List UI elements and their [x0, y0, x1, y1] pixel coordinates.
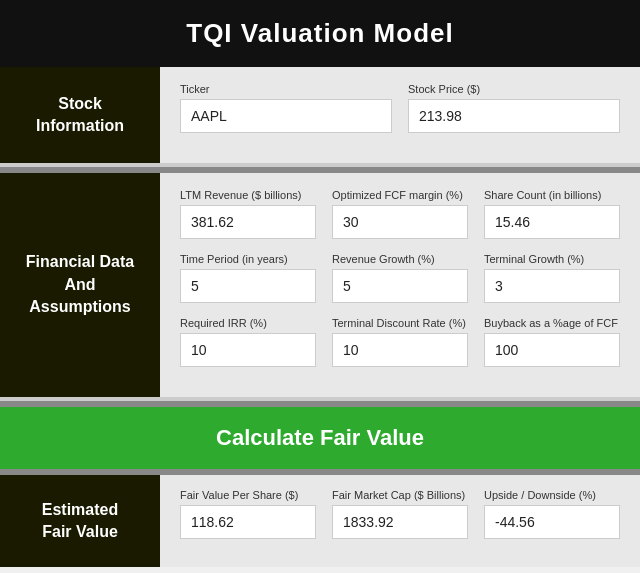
calculate-section: Calculate Fair Value [0, 407, 640, 469]
upside-downside-input[interactable] [484, 505, 620, 539]
field-group-upside-downside-input: Upside / Downside (%) [484, 489, 620, 539]
stock-price-input[interactable] [408, 99, 620, 133]
field-label-ticker-input: Ticker [180, 83, 392, 95]
field-group-required-irr-input: Required IRR (%) [180, 317, 316, 367]
field-group-fcf-margin-input: Optimized FCF margin (%) [332, 189, 468, 239]
fair-market-cap-input[interactable] [332, 505, 468, 539]
field-label-upside-downside-input: Upside / Downside (%) [484, 489, 620, 501]
financial-row-1: Time Period (in years)Revenue Growth (%)… [180, 253, 620, 303]
field-group-fair-market-cap-input: Fair Market Cap ($ Billions) [332, 489, 468, 539]
field-group-terminal-growth-input: Terminal Growth (%) [484, 253, 620, 303]
financial-row-2: Required IRR (%)Terminal Discount Rate (… [180, 317, 620, 367]
field-label-fcf-margin-input: Optimized FCF margin (%) [332, 189, 468, 201]
field-label-fair-value-per-share-input: Fair Value Per Share ($) [180, 489, 316, 501]
fair-value-per-share-input[interactable] [180, 505, 316, 539]
field-group-time-period-input: Time Period (in years) [180, 253, 316, 303]
field-group-ticker-input: Ticker [180, 83, 392, 133]
app-header: TQI Valuation Model [0, 0, 640, 67]
stock-information-section: Stock Information TickerStock Price ($) [0, 67, 640, 167]
field-label-terminal-discount-input: Terminal Discount Rate (%) [332, 317, 468, 329]
terminal-growth-input[interactable] [484, 269, 620, 303]
required-irr-input[interactable] [180, 333, 316, 367]
field-label-buyback-input: Buyback as a %age of FCF [484, 317, 620, 329]
field-label-fair-market-cap-input: Fair Market Cap ($ Billions) [332, 489, 468, 501]
field-group-share-count-input: Share Count (in billions) [484, 189, 620, 239]
financial-data-label: Financial Data And Assumptions [0, 173, 160, 397]
field-label-time-period-input: Time Period (in years) [180, 253, 316, 265]
field-label-share-count-input: Share Count (in billions) [484, 189, 620, 201]
field-label-ltm-revenue-input: LTM Revenue ($ billions) [180, 189, 316, 201]
header-title: TQI Valuation Model [186, 18, 453, 48]
share-count-input[interactable] [484, 205, 620, 239]
field-label-revenue-growth-input: Revenue Growth (%) [332, 253, 468, 265]
field-group-fair-value-per-share-input: Fair Value Per Share ($) [180, 489, 316, 539]
financial-data-section: Financial Data And Assumptions LTM Reven… [0, 173, 640, 401]
calculate-button[interactable]: Calculate Fair Value [10, 425, 630, 451]
terminal-discount-input[interactable] [332, 333, 468, 367]
field-label-terminal-growth-input: Terminal Growth (%) [484, 253, 620, 265]
revenue-growth-input[interactable] [332, 269, 468, 303]
field-label-required-irr-input: Required IRR (%) [180, 317, 316, 329]
field-group-buyback-input: Buyback as a %age of FCF [484, 317, 620, 367]
buyback-input[interactable] [484, 333, 620, 367]
fcf-margin-input[interactable] [332, 205, 468, 239]
field-group-ltm-revenue-input: LTM Revenue ($ billions) [180, 189, 316, 239]
stock-field-row: TickerStock Price ($) [180, 83, 620, 133]
field-group-terminal-discount-input: Terminal Discount Rate (%) [332, 317, 468, 367]
stock-information-label: Stock Information [0, 67, 160, 163]
result-field-row: Fair Value Per Share ($)Fair Market Cap … [180, 489, 620, 539]
ticker-input[interactable] [180, 99, 392, 133]
stock-information-content: TickerStock Price ($) [160, 67, 640, 163]
field-group-revenue-growth-input: Revenue Growth (%) [332, 253, 468, 303]
time-period-input[interactable] [180, 269, 316, 303]
financial-data-content: LTM Revenue ($ billions)Optimized FCF ma… [160, 173, 640, 397]
field-label-stock-price-input: Stock Price ($) [408, 83, 620, 95]
ltm-revenue-input[interactable] [180, 205, 316, 239]
financial-row-0: LTM Revenue ($ billions)Optimized FCF ma… [180, 189, 620, 239]
result-section-label: Estimated Fair Value [0, 475, 160, 567]
result-section-content: Fair Value Per Share ($)Fair Market Cap … [160, 475, 640, 567]
field-group-stock-price-input: Stock Price ($) [408, 83, 620, 133]
result-section: Estimated Fair Value Fair Value Per Shar… [0, 475, 640, 567]
